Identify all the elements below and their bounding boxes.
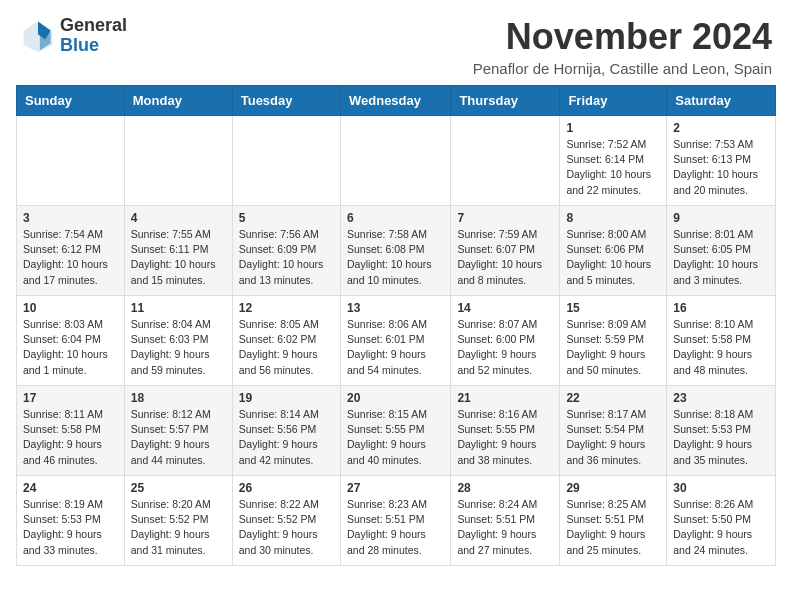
calendar-day-12: 12Sunrise: 8:05 AM Sunset: 6:02 PM Dayli… [232,296,340,386]
day-info: Sunrise: 8:05 AM Sunset: 6:02 PM Dayligh… [239,317,334,378]
day-info: Sunrise: 8:24 AM Sunset: 5:51 PM Dayligh… [457,497,553,558]
location-subtitle: Penaflor de Hornija, Castille and Leon, … [473,60,772,77]
page-header: General Blue November 2024 Penaflor de H… [0,0,792,85]
day-number: 24 [23,481,118,495]
calendar-day-2: 2Sunrise: 7:53 AM Sunset: 6:13 PM Daylig… [667,116,776,206]
weekday-header-sunday: Sunday [17,86,125,116]
day-info: Sunrise: 8:03 AM Sunset: 6:04 PM Dayligh… [23,317,118,378]
day-info: Sunrise: 7:58 AM Sunset: 6:08 PM Dayligh… [347,227,444,288]
day-number: 16 [673,301,769,315]
day-number: 6 [347,211,444,225]
calendar-day-1: 1Sunrise: 7:52 AM Sunset: 6:14 PM Daylig… [560,116,667,206]
empty-day-cell [17,116,125,206]
weekday-header-friday: Friday [560,86,667,116]
day-number: 15 [566,301,660,315]
logo-blue: Blue [60,36,127,56]
day-number: 11 [131,301,226,315]
month-title: November 2024 [473,16,772,58]
day-number: 28 [457,481,553,495]
day-info: Sunrise: 7:55 AM Sunset: 6:11 PM Dayligh… [131,227,226,288]
calendar-day-16: 16Sunrise: 8:10 AM Sunset: 5:58 PM Dayli… [667,296,776,386]
calendar-day-14: 14Sunrise: 8:07 AM Sunset: 6:00 PM Dayli… [451,296,560,386]
day-info: Sunrise: 7:59 AM Sunset: 6:07 PM Dayligh… [457,227,553,288]
calendar-day-26: 26Sunrise: 8:22 AM Sunset: 5:52 PM Dayli… [232,476,340,566]
day-number: 20 [347,391,444,405]
day-number: 29 [566,481,660,495]
day-number: 27 [347,481,444,495]
calendar-day-23: 23Sunrise: 8:18 AM Sunset: 5:53 PM Dayli… [667,386,776,476]
empty-day-cell [451,116,560,206]
empty-day-cell [340,116,450,206]
day-number: 14 [457,301,553,315]
day-number: 5 [239,211,334,225]
calendar-day-6: 6Sunrise: 7:58 AM Sunset: 6:08 PM Daylig… [340,206,450,296]
day-number: 10 [23,301,118,315]
day-info: Sunrise: 8:17 AM Sunset: 5:54 PM Dayligh… [566,407,660,468]
day-info: Sunrise: 8:14 AM Sunset: 5:56 PM Dayligh… [239,407,334,468]
empty-day-cell [124,116,232,206]
day-number: 4 [131,211,226,225]
logo-general: General [60,16,127,36]
weekday-header-wednesday: Wednesday [340,86,450,116]
day-info: Sunrise: 8:12 AM Sunset: 5:57 PM Dayligh… [131,407,226,468]
weekday-header-thursday: Thursday [451,86,560,116]
day-info: Sunrise: 8:06 AM Sunset: 6:01 PM Dayligh… [347,317,444,378]
title-block: November 2024 Penaflor de Hornija, Casti… [473,16,772,77]
calendar-day-13: 13Sunrise: 8:06 AM Sunset: 6:01 PM Dayli… [340,296,450,386]
day-number: 26 [239,481,334,495]
calendar-week-row: 10Sunrise: 8:03 AM Sunset: 6:04 PM Dayli… [17,296,776,386]
day-info: Sunrise: 8:10 AM Sunset: 5:58 PM Dayligh… [673,317,769,378]
day-info: Sunrise: 7:56 AM Sunset: 6:09 PM Dayligh… [239,227,334,288]
day-number: 21 [457,391,553,405]
calendar-week-row: 24Sunrise: 8:19 AM Sunset: 5:53 PM Dayli… [17,476,776,566]
calendar-day-20: 20Sunrise: 8:15 AM Sunset: 5:55 PM Dayli… [340,386,450,476]
calendar-day-7: 7Sunrise: 7:59 AM Sunset: 6:07 PM Daylig… [451,206,560,296]
day-number: 1 [566,121,660,135]
day-info: Sunrise: 8:01 AM Sunset: 6:05 PM Dayligh… [673,227,769,288]
logo-text: General Blue [60,16,127,56]
calendar-day-11: 11Sunrise: 8:04 AM Sunset: 6:03 PM Dayli… [124,296,232,386]
calendar-day-8: 8Sunrise: 8:00 AM Sunset: 6:06 PM Daylig… [560,206,667,296]
calendar-day-25: 25Sunrise: 8:20 AM Sunset: 5:52 PM Dayli… [124,476,232,566]
calendar-day-3: 3Sunrise: 7:54 AM Sunset: 6:12 PM Daylig… [17,206,125,296]
day-number: 8 [566,211,660,225]
calendar-day-30: 30Sunrise: 8:26 AM Sunset: 5:50 PM Dayli… [667,476,776,566]
calendar-day-22: 22Sunrise: 8:17 AM Sunset: 5:54 PM Dayli… [560,386,667,476]
day-number: 9 [673,211,769,225]
day-info: Sunrise: 8:20 AM Sunset: 5:52 PM Dayligh… [131,497,226,558]
day-number: 23 [673,391,769,405]
day-number: 12 [239,301,334,315]
calendar-day-24: 24Sunrise: 8:19 AM Sunset: 5:53 PM Dayli… [17,476,125,566]
day-number: 22 [566,391,660,405]
day-info: Sunrise: 8:04 AM Sunset: 6:03 PM Dayligh… [131,317,226,378]
calendar-week-row: 1Sunrise: 7:52 AM Sunset: 6:14 PM Daylig… [17,116,776,206]
calendar-day-5: 5Sunrise: 7:56 AM Sunset: 6:09 PM Daylig… [232,206,340,296]
day-info: Sunrise: 8:18 AM Sunset: 5:53 PM Dayligh… [673,407,769,468]
day-number: 13 [347,301,444,315]
empty-day-cell [232,116,340,206]
calendar-day-29: 29Sunrise: 8:25 AM Sunset: 5:51 PM Dayli… [560,476,667,566]
day-info: Sunrise: 8:26 AM Sunset: 5:50 PM Dayligh… [673,497,769,558]
calendar-table: SundayMondayTuesdayWednesdayThursdayFrid… [16,85,776,566]
day-info: Sunrise: 8:23 AM Sunset: 5:51 PM Dayligh… [347,497,444,558]
calendar-day-9: 9Sunrise: 8:01 AM Sunset: 6:05 PM Daylig… [667,206,776,296]
day-info: Sunrise: 7:53 AM Sunset: 6:13 PM Dayligh… [673,137,769,198]
day-info: Sunrise: 8:19 AM Sunset: 5:53 PM Dayligh… [23,497,118,558]
weekday-header-row: SundayMondayTuesdayWednesdayThursdayFrid… [17,86,776,116]
calendar-day-4: 4Sunrise: 7:55 AM Sunset: 6:11 PM Daylig… [124,206,232,296]
day-number: 2 [673,121,769,135]
logo-icon [20,18,56,54]
calendar-week-row: 3Sunrise: 7:54 AM Sunset: 6:12 PM Daylig… [17,206,776,296]
calendar-day-15: 15Sunrise: 8:09 AM Sunset: 5:59 PM Dayli… [560,296,667,386]
day-info: Sunrise: 8:07 AM Sunset: 6:00 PM Dayligh… [457,317,553,378]
day-info: Sunrise: 8:22 AM Sunset: 5:52 PM Dayligh… [239,497,334,558]
day-number: 7 [457,211,553,225]
day-number: 30 [673,481,769,495]
calendar-week-row: 17Sunrise: 8:11 AM Sunset: 5:58 PM Dayli… [17,386,776,476]
calendar-day-28: 28Sunrise: 8:24 AM Sunset: 5:51 PM Dayli… [451,476,560,566]
day-info: Sunrise: 8:09 AM Sunset: 5:59 PM Dayligh… [566,317,660,378]
weekday-header-tuesday: Tuesday [232,86,340,116]
day-number: 19 [239,391,334,405]
day-number: 3 [23,211,118,225]
day-info: Sunrise: 8:11 AM Sunset: 5:58 PM Dayligh… [23,407,118,468]
